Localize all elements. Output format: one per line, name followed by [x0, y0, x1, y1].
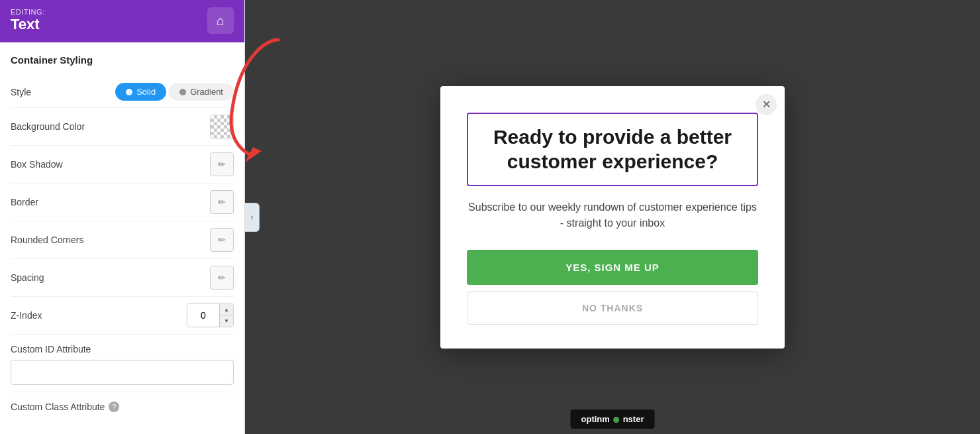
edit-icon-3: ✏ [218, 235, 226, 245]
modal-heading: Ready to provide a better customer exper… [467, 113, 758, 186]
bg-color-row: Background Color [11, 108, 234, 146]
editing-info: EDITING: Text [11, 8, 45, 33]
z-index-arrows: ▲ ▼ [219, 304, 233, 327]
z-index-input-wrap: ▲ ▼ [187, 303, 234, 327]
edit-icon: ✏ [218, 159, 226, 170]
yes-signup-button[interactable]: YES, SIGN ME UP [467, 250, 758, 285]
gradient-dot [179, 89, 186, 95]
optinmonster-badge: optinm☻nster [571, 409, 655, 429]
z-index-input[interactable] [187, 304, 219, 327]
panel-content: Container Styling Style Solid Gradient B… [0, 42, 244, 434]
style-toggle: Solid Gradient [115, 83, 234, 101]
modal-close-button[interactable]: ✕ [756, 94, 777, 115]
left-panel: EDITING: Text ⌂ Container Styling Style … [0, 0, 245, 434]
help-icon[interactable]: ? [109, 402, 119, 412]
section-title: Container Styling [11, 42, 234, 76]
gradient-label: Gradient [190, 87, 223, 97]
right-panel: ‹ ✕ Ready to provide a better customer e… [245, 0, 980, 434]
style-label: Style [11, 87, 31, 97]
rounded-corners-label: Rounded Corners [11, 235, 84, 245]
edit-icon-2: ✏ [218, 197, 226, 207]
border-label: Border [11, 197, 38, 207]
gradient-button[interactable]: Gradient [169, 83, 234, 101]
badge-end: nster [623, 414, 644, 424]
custom-class-row: Custom Class Attribute ? [11, 392, 234, 419]
solid-label: Solid [136, 87, 156, 97]
z-index-up-button[interactable]: ▲ [220, 304, 233, 315]
collapse-toggle[interactable]: ‹ [245, 203, 260, 232]
z-index-down-button[interactable]: ▼ [220, 315, 233, 327]
badge-text: optinm [581, 414, 610, 424]
box-shadow-edit-button[interactable]: ✏ [210, 152, 234, 176]
z-index-row: Z-Index ▲ ▼ [11, 297, 234, 335]
editing-header: EDITING: Text ⌂ [0, 0, 244, 42]
rounded-corners-row: Rounded Corners ✏ [11, 221, 234, 259]
no-thanks-button[interactable]: NO THANKS [467, 292, 758, 325]
spacing-label: Spacing [11, 272, 44, 283]
modal-popup: ✕ Ready to provide a better customer exp… [440, 86, 785, 349]
style-row: Style Solid Gradient [11, 76, 234, 108]
box-shadow-row: Box Shadow ✏ [11, 146, 234, 184]
badge-monster-icon: ☻ [611, 413, 622, 425]
home-icon: ⌂ [217, 13, 224, 28]
spacing-row: Spacing ✏ [11, 259, 234, 297]
z-index-label: Z-Index [11, 310, 42, 321]
rounded-corners-edit-button[interactable]: ✏ [210, 228, 234, 252]
border-edit-button[interactable]: ✏ [210, 190, 234, 214]
bg-color-label: Background Color [11, 121, 85, 132]
home-button[interactable]: ⌂ [207, 7, 234, 34]
edit-icon-4: ✏ [218, 272, 226, 283]
custom-id-label: Custom ID Attribute [11, 344, 234, 354]
editing-label: EDITING: [11, 8, 45, 16]
border-row: Border ✏ [11, 184, 234, 221]
bg-color-swatch[interactable] [210, 115, 234, 138]
spacing-edit-button[interactable]: ✏ [210, 266, 234, 290]
custom-id-input[interactable] [11, 360, 234, 385]
box-shadow-label: Box Shadow [11, 159, 63, 170]
editing-title: Text [11, 16, 40, 32]
solid-dot [126, 89, 132, 95]
solid-button[interactable]: Solid [115, 83, 166, 101]
modal-subtext: Subscribe to our weekly rundown of custo… [467, 199, 758, 231]
chevron-left-icon: ‹ [251, 213, 254, 222]
custom-id-row: Custom ID Attribute [11, 335, 234, 392]
canvas-area: ✕ Ready to provide a better customer exp… [245, 0, 980, 434]
custom-class-label: Custom Class Attribute [11, 402, 105, 412]
close-icon: ✕ [762, 98, 771, 111]
